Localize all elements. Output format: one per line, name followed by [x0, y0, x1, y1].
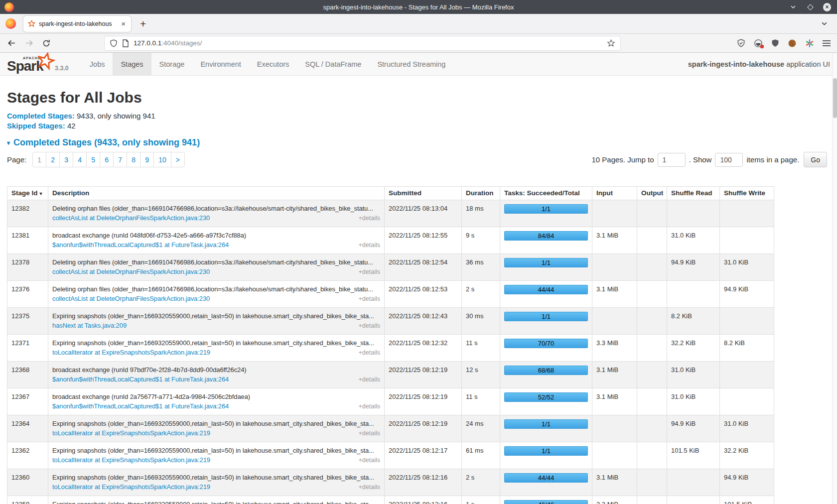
- stage-id-cell: 12375: [7, 308, 48, 335]
- page-button-8[interactable]: 8: [127, 152, 140, 167]
- stage-detail-link[interactable]: $anonfun$withThreadLocalCaptured$1 at Fu…: [52, 240, 229, 250]
- tab-close-icon[interactable]: ×: [120, 19, 127, 28]
- details-toggle[interactable]: +details: [359, 402, 380, 411]
- browser-tab[interactable]: spark-ingest-into-lakehous ×: [23, 16, 131, 32]
- details-toggle[interactable]: +details: [359, 483, 380, 492]
- stage-detail-link[interactable]: toLocalIterator at ExpireSnapshotsSparkA…: [52, 428, 210, 438]
- column-header-submitted[interactable]: Submitted: [385, 187, 462, 200]
- page-button-2[interactable]: 2: [46, 152, 60, 167]
- column-header-shuffle-read[interactable]: Shuffle Read: [667, 187, 720, 200]
- details-toggle[interactable]: +details: [359, 375, 380, 384]
- window-close-button[interactable]: ×: [823, 3, 831, 11]
- stage-detail-link[interactable]: hasNext at Tasks.java:209: [52, 321, 127, 330]
- details-toggle[interactable]: +details: [359, 267, 380, 277]
- spark-navbar: APACHE Spark 3.3.0 JobsStagesStorageEnvi…: [0, 53, 837, 76]
- shuffle-write-cell: 94.9 KiB: [720, 281, 774, 308]
- column-header-output[interactable]: Output: [637, 187, 667, 200]
- column-header-input[interactable]: Input: [592, 187, 637, 200]
- page-button-4[interactable]: 4: [73, 152, 87, 167]
- completed-stages-section-header[interactable]: ▾ Completed Stages (9433, only showing 9…: [7, 137, 830, 148]
- page-button-6[interactable]: 6: [100, 152, 114, 167]
- window-maximize-button[interactable]: [806, 3, 814, 11]
- details-toggle[interactable]: +details: [359, 321, 380, 331]
- stage-detail-link[interactable]: collectAsList at DeleteOrphanFilesSparkA…: [52, 294, 210, 303]
- url-bar[interactable]: 127.0.0.1:4040/stages/: [104, 36, 621, 51]
- page-info-icon[interactable]: [122, 39, 129, 47]
- mask-extension-icon[interactable]: [754, 39, 763, 48]
- application-suffix: application UI: [784, 60, 830, 68]
- next-page-button[interactable]: >: [171, 152, 185, 167]
- page-scrollbar[interactable]: [832, 53, 837, 504]
- column-header-stage-id[interactable]: Stage Id▾: [7, 187, 48, 200]
- cookie-extension-icon[interactable]: [788, 39, 797, 48]
- list-all-tabs-button[interactable]: [821, 20, 828, 27]
- browser-toolbar: 127.0.0.1:4040/stages/: [0, 34, 837, 53]
- go-button[interactable]: Go: [804, 152, 827, 167]
- column-header-description[interactable]: Description: [48, 187, 385, 200]
- details-toggle[interactable]: +details: [359, 456, 380, 465]
- column-header-tasks-succeeded-total[interactable]: Tasks: Succeeded/Total: [500, 187, 592, 200]
- submitted-cell: 2022/11/25 08:12:53: [385, 281, 462, 308]
- spark-logo[interactable]: APACHE Spark: [7, 53, 53, 75]
- shuffle-read-cell: 94.9 KiB: [667, 415, 720, 442]
- hamburger-menu-icon[interactable]: [823, 40, 831, 47]
- duration-cell: 11 s: [462, 335, 500, 362]
- page-button-3[interactable]: 3: [59, 152, 73, 167]
- shuffle-read-cell: 31.0 KiB: [667, 227, 720, 254]
- browser-tab-bar: spark-ingest-into-lakehous × +: [0, 14, 837, 34]
- window-minimize-button[interactable]: [789, 3, 797, 11]
- skipped-stages-line: Skipped Stages: 42: [7, 121, 830, 131]
- collapse-caret-icon: ▾: [7, 139, 10, 146]
- show-count-input[interactable]: [715, 153, 743, 167]
- shuffle-read-cell: 94.9 KiB: [667, 254, 720, 281]
- stage-detail-link[interactable]: toLocalIterator at ExpireSnapshotsSparkA…: [52, 348, 210, 357]
- page-button-5[interactable]: 5: [86, 152, 100, 167]
- back-button[interactable]: [7, 39, 16, 47]
- stage-detail-link[interactable]: collectAsList at DeleteOrphanFilesSparkA…: [52, 213, 210, 223]
- page-button-9[interactable]: 9: [140, 152, 154, 167]
- details-toggle[interactable]: +details: [359, 214, 380, 223]
- nav-tab-jobs[interactable]: Jobs: [82, 53, 113, 75]
- jump-to-input[interactable]: [658, 153, 686, 167]
- stage-detail-link[interactable]: collectAsList at DeleteOrphanFilesSparkA…: [52, 267, 210, 276]
- nav-tab-storage[interactable]: Storage: [151, 53, 193, 75]
- completed-stages-link[interactable]: Completed Stages:: [7, 112, 75, 120]
- duration-cell: 12 s: [462, 362, 500, 388]
- shuffle-read-cell: 31.0 KiB: [667, 362, 720, 388]
- output-cell: [637, 254, 667, 281]
- input-cell: 3.1 MiB: [592, 227, 637, 254]
- stage-detail-link[interactable]: $anonfun$withThreadLocalCaptured$1 at Fu…: [52, 401, 229, 411]
- forward-arrow-icon: [25, 39, 33, 47]
- ublock-extension-icon[interactable]: [771, 39, 779, 47]
- nav-tab-structured-streaming[interactable]: Structured Streaming: [369, 53, 453, 75]
- shuffle-write-cell: [720, 200, 774, 227]
- column-header-shuffle-write[interactable]: Shuffle Write: [720, 187, 774, 200]
- stage-detail-link[interactable]: toLocalIterator at ExpireSnapshotsSparkA…: [52, 482, 210, 492]
- nav-tab-sql-dataframe[interactable]: SQL / DataFrame: [297, 53, 369, 75]
- forward-button[interactable]: [25, 39, 33, 47]
- details-toggle[interactable]: +details: [359, 348, 380, 358]
- nav-tab-environment[interactable]: Environment: [192, 53, 249, 75]
- page-button-1[interactable]: 1: [32, 152, 46, 167]
- page-button-10[interactable]: 10: [153, 152, 171, 167]
- asterisk-extension-icon[interactable]: [805, 39, 814, 48]
- new-tab-button[interactable]: +: [140, 18, 146, 30]
- page-button-7[interactable]: 7: [113, 152, 127, 167]
- shield-check-extension-icon[interactable]: [737, 39, 745, 47]
- nav-tab-executors[interactable]: Executors: [249, 53, 297, 75]
- stage-description-text: Expiring snapshots (older_than=166932055…: [52, 500, 380, 504]
- details-toggle[interactable]: +details: [359, 241, 380, 250]
- page-title: Stages for All Jobs: [7, 89, 830, 106]
- nav-tab-stages[interactable]: Stages: [113, 53, 151, 75]
- shield-permissions-icon[interactable]: [110, 39, 118, 47]
- details-toggle[interactable]: +details: [359, 429, 380, 438]
- column-header-duration[interactable]: Duration: [462, 187, 500, 200]
- reload-button[interactable]: [42, 39, 50, 47]
- details-toggle[interactable]: +details: [359, 294, 380, 304]
- stage-detail-link[interactable]: $anonfun$withThreadLocalCaptured$1 at Fu…: [52, 375, 229, 384]
- scrollbar-thumb[interactable]: [833, 78, 837, 118]
- bookmark-star-icon[interactable]: [607, 39, 615, 47]
- stage-detail-link[interactable]: toLocalIterator at ExpireSnapshotsSparkA…: [52, 455, 210, 465]
- firefox-logo-icon: [4, 2, 14, 12]
- skipped-stages-link[interactable]: Skipped Stages:: [7, 122, 65, 130]
